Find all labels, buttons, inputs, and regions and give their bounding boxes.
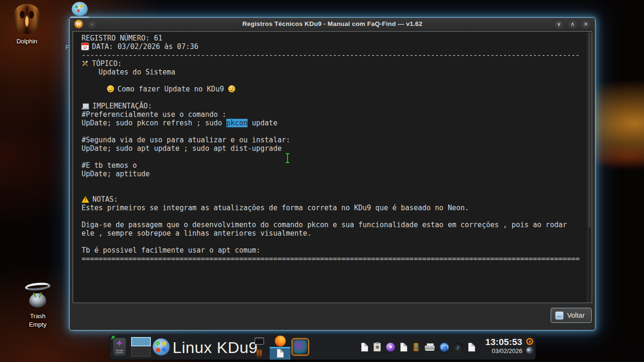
think-icon [107, 85, 114, 92]
pager-desktop-1-active[interactable] [131, 337, 151, 346]
maximize-button[interactable]: ∧ [568, 19, 578, 29]
doc-line: #Preferencialmente use o comando : [82, 110, 587, 119]
virtual-desktop-pager[interactable] [131, 337, 151, 357]
doc-line [82, 76, 587, 85]
laptop-icon [82, 103, 89, 109]
tray-side-column [526, 338, 534, 354]
highlighted-word: pkcon [226, 119, 248, 127]
gemini-label: Google Gemini [113, 348, 126, 354]
mouse-pointer-icon [111, 336, 116, 341]
trash-label-line1: Trash [18, 312, 58, 321]
doc-line: ----------------------------------------… [82, 51, 587, 59]
clock-time: 13:05:53 [484, 337, 522, 347]
document-icon[interactable] [400, 343, 407, 352]
text-cursor-ibeam [285, 153, 290, 163]
doc-line [82, 93, 587, 102]
notes-icon[interactable] [361, 343, 368, 352]
calendar-icon [82, 43, 89, 50]
trash-ring-icon [25, 282, 50, 292]
doc-line: #Segunda via de uso para atualizar e ou … [82, 136, 587, 144]
text-document-icon[interactable] [468, 343, 475, 352]
clock-date: 03/02/2026 [484, 347, 522, 354]
doc-line: Tb é possivel facilmente usar o apt comu… [82, 246, 587, 255]
document-text: REGISTRO NÚMERO: 61DATA: 03/02/2026 às 0… [73, 32, 587, 303]
minimize-button[interactable]: ∨ [554, 19, 564, 29]
window-footer: ← Voltar [70, 304, 595, 330]
doc-line [82, 187, 587, 195]
clipboard-icon[interactable] [373, 343, 381, 352]
task-mask-app[interactable] [249, 347, 270, 360]
pager-desktop-2[interactable] [131, 347, 151, 357]
trash-bowl-icon [29, 293, 46, 307]
task-text-editor[interactable] [270, 347, 290, 360]
window-title: Registros Técnicos KDu9 - Manual com FaQ… [70, 18, 595, 30]
world-clock-icon[interactable] [526, 347, 533, 354]
globe-photos-icon [72, 2, 88, 16]
printer-icon[interactable] [425, 343, 435, 351]
back-button[interactable]: ← Voltar [551, 308, 592, 323]
purple-orb-icon[interactable] [386, 343, 395, 352]
doc-line: UpDate; aptitude [82, 170, 587, 178]
system-tray [361, 335, 475, 360]
doc-line: REGISTRO NÚMERO: 61 [82, 34, 587, 42]
network-globe-icon[interactable] [440, 343, 449, 352]
doc-line: Diga-se de passagem que o desenvolviment… [82, 221, 587, 229]
doc-line: TÓPICO: [82, 59, 587, 68]
window-titlebar[interactable]: W Registros Técnicos KDu9 - Manual com F… [70, 18, 595, 30]
warning-icon [82, 196, 89, 203]
terminal-icon [255, 337, 264, 345]
music-player-icon[interactable] [454, 343, 463, 352]
app-launcher-globe-icon[interactable] [153, 338, 170, 355]
trash-basket-icon[interactable] [413, 343, 420, 352]
trash-label-line2: Empty [18, 321, 58, 329]
doc-line: Como fazer Update no KDu9 [82, 85, 587, 93]
task-firefox[interactable] [270, 335, 290, 347]
document-view[interactable]: REGISTRO NÚMERO: 61DATA: 03/02/2026 às 0… [73, 31, 592, 303]
doc-line [82, 178, 587, 187]
taskbar-panel: Google Gemini Linux KDu9 13:05:53 03/02/… [109, 335, 536, 360]
back-arrow-icon: ← [555, 312, 563, 320]
doc-line: Estes primeiros se integram as atualizaç… [82, 204, 587, 212]
firefox-icon [275, 336, 286, 346]
doc-line: ========================================… [82, 255, 587, 263]
doc-line: DATA: 03/02/2026 às 07:36 [82, 42, 587, 51]
doc-line [82, 212, 587, 221]
doc-icon [277, 349, 284, 358]
vertical-scrollbar[interactable] [587, 32, 592, 303]
task-manager [249, 335, 290, 360]
dolphin-label: Dolphin [8, 38, 45, 45]
doc-line: IMPLEMENTAÇÃO: [82, 102, 587, 110]
doc-line: NOTAS: [82, 195, 587, 204]
desktop-icon-trash[interactable]: Trash Empty [18, 283, 58, 329]
digital-clock[interactable]: 13:05:53 03/02/2026 [484, 337, 522, 354]
doc-line: ele , sempre sobrepoe a linhas anteriore… [82, 229, 587, 238]
gemini-star-icon [116, 340, 123, 346]
close-button[interactable]: × [581, 19, 591, 29]
doc-line: UpDate; sudo apt update ; sudo apt dist-… [82, 144, 587, 153]
doc-line [82, 238, 587, 246]
doc-line [82, 127, 587, 136]
dolphin-mask-icon [14, 4, 40, 34]
update-notifier-icon[interactable] [526, 338, 533, 345]
tv-app-icon[interactable] [291, 338, 309, 356]
distro-title: Linux KDu9 [173, 337, 258, 358]
mask-icon [256, 349, 263, 358]
doc-line: Updates do Sistema [82, 68, 587, 76]
back-button-label: Voltar [567, 312, 585, 319]
doc-line: UpDate; sudo pkcon refresh ; sudo pkcon … [82, 119, 587, 127]
doc-line [82, 153, 587, 161]
gemini-launcher[interactable]: Google Gemini [113, 338, 126, 356]
desktop: Dolphin F Fun Trash Empty W Registros Té… [0, 0, 644, 362]
tools-icon [82, 60, 89, 67]
task-terminal[interactable] [249, 335, 270, 347]
faq-find-window: W Registros Técnicos KDu9 - Manual com F… [70, 18, 595, 330]
desktop-icon-dolphin[interactable]: Dolphin [8, 4, 45, 45]
think-icon [228, 85, 235, 92]
scrollbar-thumb[interactable] [588, 33, 591, 228]
doc-line: #E tb temos o [82, 161, 587, 170]
